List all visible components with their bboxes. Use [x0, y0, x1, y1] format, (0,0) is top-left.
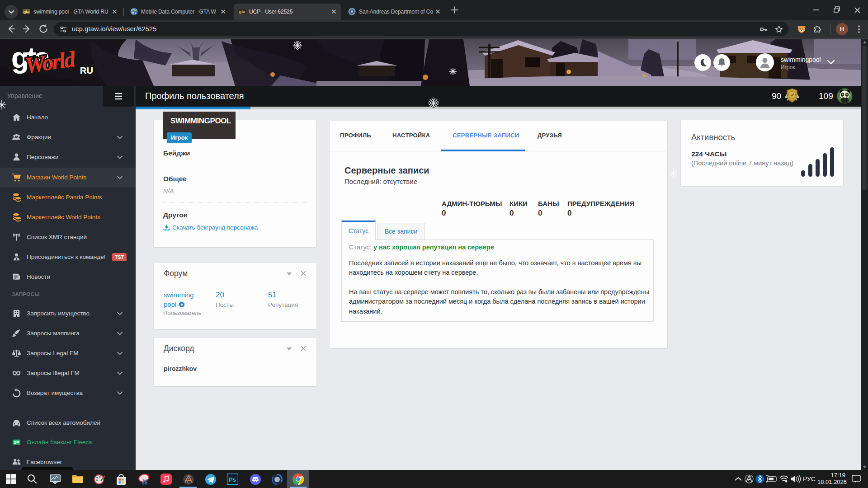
- svg-text:RU: RU: [80, 66, 93, 75]
- svg-text:gta: gta: [24, 9, 30, 14]
- svg-text:Ps: Ps: [229, 476, 236, 483]
- svg-text:$: $: [14, 440, 17, 445]
- svg-text:gta: gta: [239, 9, 245, 14]
